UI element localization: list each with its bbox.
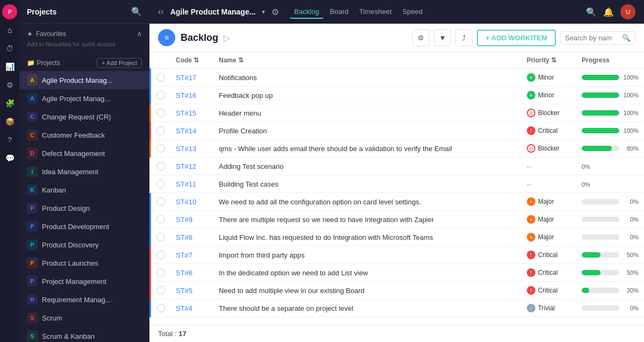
td-priority: ⊘ Blocker	[521, 140, 576, 158]
sidebar-item-scrum[interactable]: S Scrum	[19, 309, 149, 327]
nav-bell-icon[interactable]: 🔔	[603, 7, 614, 17]
sidebar-item-product-launches[interactable]: P Product Launches	[19, 254, 149, 272]
code-link[interactable]: ST#12	[176, 162, 196, 170]
sidebar-search-icon[interactable]: 🔍	[131, 6, 142, 17]
sidebar-item-defect-management[interactable]: D Defect Management	[19, 144, 149, 162]
add-project-button[interactable]: + Add Project	[97, 58, 142, 68]
nav-settings-icon[interactable]: ⚙	[2, 77, 17, 92]
sidebar-item-idea-management[interactable]: I Idea Management	[19, 162, 149, 181]
code-link[interactable]: ST#16	[176, 91, 196, 99]
td-checkbox	[151, 282, 171, 300]
row-checkbox[interactable]	[156, 126, 165, 135]
priority-label: Critical	[538, 251, 558, 259]
code-link[interactable]: ST#9	[176, 216, 192, 224]
sidebar-item-product-discovery[interactable]: P Product Discovery	[19, 236, 149, 254]
play-icon[interactable]: ▷	[224, 33, 230, 43]
row-checkbox[interactable]	[156, 162, 165, 170]
favourites-section: ★ Favourites ∧ Add to favourites for qui…	[19, 24, 149, 53]
sidebar-item-product-design[interactable]: P Product Design	[19, 199, 149, 217]
nav-chart-icon[interactable]: 📊	[2, 59, 17, 74]
project-label: Product Design	[42, 204, 90, 212]
row-checkbox[interactable]	[156, 180, 165, 188]
table-row: ST#13 qms - While user adds email there …	[151, 140, 645, 158]
tab-timesheet[interactable]: Timesheet	[355, 5, 396, 19]
sidebar-item-agile-product[interactable]: A Agile Product Manag...	[19, 71, 149, 89]
sidebar-title: Projects	[27, 8, 56, 16]
code-link[interactable]: ST#15	[176, 109, 196, 117]
table-footer: Total : 17	[149, 325, 644, 342]
code-link[interactable]: ST#17	[176, 74, 196, 82]
table-row: ST#14 Profile Creation ! Critical 100%	[151, 122, 645, 140]
code-link[interactable]: ST#11	[176, 180, 196, 188]
priority-icon: +	[527, 197, 535, 206]
nav-home-icon[interactable]: ⌂	[2, 23, 17, 38]
code-link[interactable]: ST#4	[176, 304, 192, 312]
back-button[interactable]: ‹‹	[158, 7, 164, 17]
nav-box-icon[interactable]: 📦	[2, 114, 17, 129]
project-settings-icon[interactable]: ⚙	[271, 7, 279, 17]
priority-badge: + Minor	[527, 73, 571, 82]
table-row: ST#8 Liquid Flow Inc. has requested to d…	[151, 229, 645, 246]
row-checkbox[interactable]	[156, 251, 165, 259]
code-link[interactable]: ST#8	[176, 233, 192, 241]
export-button[interactable]: ⤴	[455, 29, 473, 46]
row-checkbox[interactable]	[156, 91, 165, 99]
filter-options-button[interactable]: ⚙	[412, 29, 430, 46]
priority-label: Trivial	[538, 304, 555, 312]
sidebar-item-scrum-kanban[interactable]: S Scrum & Kanban	[19, 327, 149, 342]
add-workitem-button[interactable]: + ADD WORKITEM	[477, 30, 556, 46]
row-checkbox[interactable]	[156, 109, 165, 117]
code-link[interactable]: ST#13	[176, 145, 196, 153]
project-chevron-icon[interactable]: ▾	[262, 8, 265, 16]
sidebar-item-project-management[interactable]: P Project Management	[19, 272, 149, 290]
progress-text: 0%	[622, 216, 639, 223]
project-icon: P	[27, 239, 38, 250]
code-link[interactable]: ST#14	[176, 127, 196, 135]
priority-icon: ⊘	[527, 144, 535, 153]
row-checkbox[interactable]	[156, 197, 165, 206]
nav-help-icon[interactable]: ?	[2, 132, 17, 147]
row-checkbox[interactable]	[156, 215, 165, 224]
td-code: ST#8	[170, 229, 213, 246]
nav-search-icon[interactable]: 🔍	[586, 7, 597, 17]
nav-clock-icon[interactable]: ⏱	[2, 41, 17, 56]
td-progress: 0%	[576, 158, 644, 175]
tab-speed[interactable]: Speed	[398, 5, 427, 19]
nav-chat-icon[interactable]: 💬	[2, 151, 17, 166]
row-checkbox[interactable]	[156, 304, 165, 312]
project-label: Scrum & Kanban	[42, 332, 95, 340]
td-priority: ⊘ Blocker	[521, 104, 576, 122]
tab-backlog[interactable]: Backlog	[290, 5, 323, 19]
favourites-collapse-icon[interactable]: ∧	[137, 30, 142, 38]
td-name: In the dedicated option we need to add L…	[213, 264, 521, 282]
th-priority: Priority ⇅	[521, 52, 576, 69]
sidebar-item-requirement-manag[interactable]: R Requirement Manag...	[19, 290, 149, 309]
tab-board[interactable]: Board	[326, 5, 353, 19]
td-progress: 0%	[576, 211, 644, 229]
row-checkbox[interactable]	[156, 73, 165, 82]
sidebar-item-product-development[interactable]: P Product Development	[19, 217, 149, 236]
row-checkbox[interactable]	[156, 268, 165, 277]
sidebar-item-customer-feedback[interactable]: C Customer Feedback	[19, 126, 149, 144]
td-name: There should be a separate on project le…	[213, 300, 521, 317]
code-link[interactable]: ST#10	[176, 198, 196, 206]
project-label: Product Launches	[42, 259, 98, 267]
project-title: Agile Product Manage...	[170, 8, 256, 16]
row-checkbox[interactable]	[156, 286, 165, 295]
nav-puzzle-icon[interactable]: 🧩	[2, 96, 17, 111]
row-checkbox[interactable]	[156, 233, 165, 241]
search-input[interactable]	[565, 34, 619, 42]
sidebar-item-agile-project[interactable]: A Agile Project Manag...	[19, 89, 149, 108]
code-link[interactable]: ST#6	[176, 269, 192, 277]
filter-button[interactable]: ▼	[434, 29, 451, 46]
td-priority: + Minor	[521, 87, 576, 104]
priority-label: Major	[538, 216, 554, 223]
priority-label: Major	[538, 198, 554, 205]
priority-dash: --	[527, 180, 532, 188]
sidebar-item-kanban[interactable]: K Kanban	[19, 181, 149, 199]
user-avatar[interactable]: U	[620, 4, 635, 19]
row-checkbox[interactable]	[156, 144, 165, 153]
code-link[interactable]: ST#5	[176, 287, 192, 295]
sidebar-item-change-request[interactable]: C Change Request (CR)	[19, 108, 149, 126]
code-link[interactable]: ST#7	[176, 251, 192, 259]
